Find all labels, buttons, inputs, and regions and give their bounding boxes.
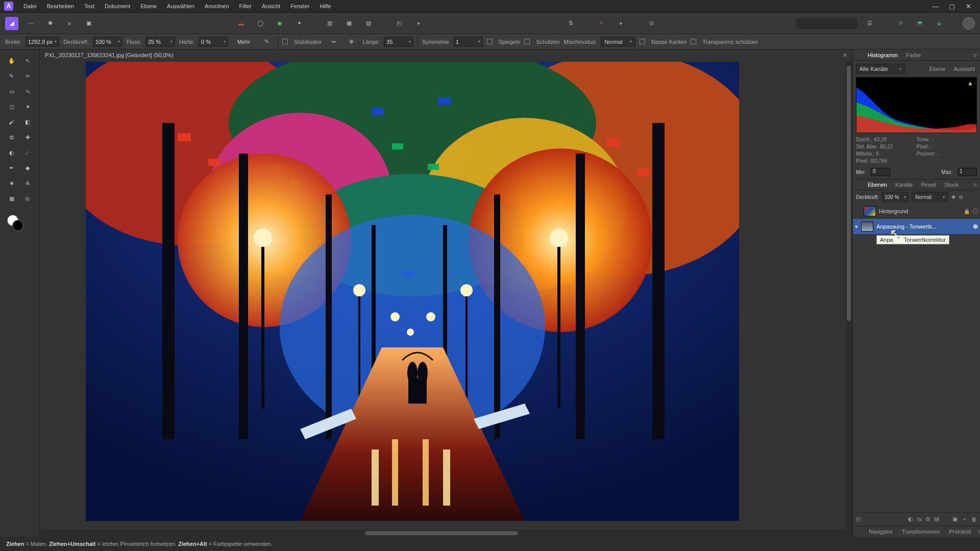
smudge-tool-icon[interactable]: ☄ (20, 145, 36, 160)
canvas-hscroll[interactable] (40, 530, 852, 537)
move-tool-icon[interactable]: ↖ (20, 54, 36, 68)
tab-navigator[interactable]: Navigator (867, 528, 895, 536)
add-fx-icon[interactable]: fx (917, 516, 922, 522)
persona-export-icon[interactable]: ▣ (82, 16, 96, 31)
more-button[interactable]: Mehr (232, 36, 255, 47)
crop-tool-icon[interactable]: ✂ (20, 69, 36, 83)
menu-anordnen[interactable]: Anordnen (200, 0, 234, 12)
visibility-toggle[interactable] (973, 224, 978, 229)
lock-icon[interactable]: 🔒 (964, 209, 970, 214)
expand-icon[interactable]: ▾ (855, 223, 858, 230)
list-icon[interactable]: ☰ (863, 16, 877, 31)
canvas[interactable] (86, 62, 739, 521)
tab-farbe[interactable]: Farbe (904, 51, 923, 59)
hardness-field[interactable]: 0 %▾ (199, 37, 228, 47)
brush-tool-icon[interactable]: 🖌 (4, 115, 19, 129)
persona-liquify-icon[interactable]: 〰 (23, 16, 38, 31)
toolbar-search[interactable] (796, 18, 857, 29)
symmetry-field[interactable]: 1▾ (453, 37, 483, 47)
align-right-icon[interactable]: ▧ (361, 16, 376, 31)
share-icon[interactable]: ⬙ (932, 16, 946, 31)
arrange-icon[interactable]: ⇅ (564, 16, 578, 31)
menu-hilfe[interactable]: Hilfe (314, 0, 336, 12)
align-left-icon[interactable]: ▥ (323, 16, 337, 31)
colorpicker-tool-icon[interactable]: ✎ (4, 69, 19, 83)
lasso-tool-icon[interactable]: ∿ (20, 84, 36, 98)
grid-tool-icon[interactable]: ▦ (4, 191, 19, 206)
rope-icon[interactable]: ↝ (326, 35, 340, 49)
blendmode-select[interactable]: Normal▾ (601, 37, 635, 47)
persona-tone-icon[interactable]: ≡ (62, 16, 77, 31)
menu-fenster[interactable]: Fenster (285, 0, 314, 12)
zoom-tool-icon[interactable]: ◎ (20, 191, 36, 206)
protect-check[interactable] (524, 39, 530, 44)
color-swatches[interactable] (7, 215, 24, 232)
persona-develop-icon[interactable]: ✱ (43, 16, 57, 31)
hand-tool-icon[interactable]: ✋ (4, 54, 19, 68)
panel-menu-icon[interactable]: ≡ (974, 52, 977, 58)
chevron-down-icon[interactable]: ▾ (614, 16, 628, 31)
clone-tool-icon[interactable]: ⧉ (4, 130, 19, 144)
sync-icon[interactable]: ⟳ (893, 16, 908, 31)
persona-photo-icon[interactable]: ◢ (5, 17, 18, 30)
pen-tool-icon[interactable]: ✒ (4, 161, 19, 175)
document-tab[interactable]: PXL_20230127_135623241.jpg [Geändert] (5… (40, 49, 852, 61)
background-color[interactable] (12, 220, 23, 231)
layer-row-adjustment[interactable]: ▾ Anpassung - Tonwertk... (853, 219, 980, 234)
flow-field[interactable]: 25 %▾ (145, 37, 175, 47)
vgrip-icon[interactable]: ⋮ (856, 52, 862, 58)
menu-filter[interactable]: Filter (234, 0, 257, 12)
layer-gear-icon[interactable]: ⚙ (959, 194, 963, 200)
assistant-icon[interactable]: ✧ (594, 16, 608, 31)
marquee-tool-icon[interactable]: ◫ (4, 99, 19, 114)
window-minimize[interactable]: — (931, 3, 940, 10)
tab-protokoll[interactable]: Protokoll (947, 528, 973, 536)
layer-fx-icon[interactable]: ✱ (951, 194, 955, 200)
healing-tool-icon[interactable]: ✚ (20, 130, 36, 144)
layer-blend-select[interactable]: Normal▾ (912, 192, 948, 202)
nav-menu-icon[interactable]: ≡ (978, 529, 980, 535)
layer-opacity-field[interactable]: 100 %▾ (882, 192, 909, 202)
delete-layer-icon[interactable]: 🗑 (971, 516, 977, 522)
tab-stock[interactable]: Stock (942, 181, 961, 189)
trans-check[interactable] (691, 39, 696, 44)
opacity-field[interactable]: 100 %▾ (93, 37, 122, 47)
align-center-icon[interactable]: ▦ (342, 16, 356, 31)
quickmask-icon[interactable]: ◯ (253, 16, 267, 31)
dodge-tool-icon[interactable]: ◐ (4, 145, 19, 160)
tab-histogramm[interactable]: Histogramm (866, 51, 900, 59)
menu-datei[interactable]: Datei (18, 0, 42, 12)
wet-check[interactable] (640, 39, 645, 44)
min-field[interactable]: 0 (871, 168, 890, 176)
artistic-text-icon[interactable]: A (20, 176, 36, 190)
width-field[interactable]: 1292,8 px▾ (26, 37, 59, 47)
window-icon[interactable]: ⊕ (344, 35, 358, 49)
menu-auswaehlen[interactable]: Auswählen (162, 0, 200, 12)
menu-bearbeiten[interactable]: Bearbeiten (42, 0, 79, 12)
selection-mode-icon[interactable]: ▬ (234, 16, 248, 31)
layer-row-background[interactable]: ⋮ Hintergrund 🔒 (853, 204, 980, 219)
visibility-toggle[interactable] (973, 209, 978, 214)
vgrip-icon[interactable]: ⋮ (856, 182, 862, 188)
crop-icon[interactable]: ◰ (392, 16, 406, 31)
max-field[interactable]: 1 (958, 168, 977, 176)
canvas-vscroll[interactable] (845, 61, 852, 530)
account-avatar[interactable] (963, 17, 975, 30)
add-mask-icon[interactable]: ◰ (856, 516, 861, 522)
add-live-icon[interactable]: ⧉ (926, 516, 930, 522)
stabilizer-check[interactable] (282, 39, 288, 44)
color-chooser-icon[interactable]: ◉ (273, 16, 287, 31)
swatches-icon[interactable]: ✦ (292, 16, 306, 31)
add-adjustment-icon[interactable]: ◐ (908, 516, 913, 522)
histo-layer-btn[interactable]: Ebene (927, 65, 948, 73)
flood-tool-icon[interactable]: ✦ (20, 99, 36, 114)
histo-selection-btn[interactable]: Auswahl (951, 65, 977, 73)
preview-icon[interactable]: ⊙ (644, 16, 658, 31)
menu-text[interactable]: Text (79, 0, 100, 12)
group-icon[interactable]: ▣ (952, 516, 958, 522)
pressure-icon[interactable]: ✎ (259, 35, 274, 49)
selection-tool-icon[interactable]: ▭ (4, 84, 19, 98)
chevron-down-icon[interactable]: ▾ (411, 16, 426, 31)
vgrip-icon[interactable]: ⋮ (855, 208, 861, 215)
layers-menu-icon[interactable]: ≡ (974, 182, 977, 188)
